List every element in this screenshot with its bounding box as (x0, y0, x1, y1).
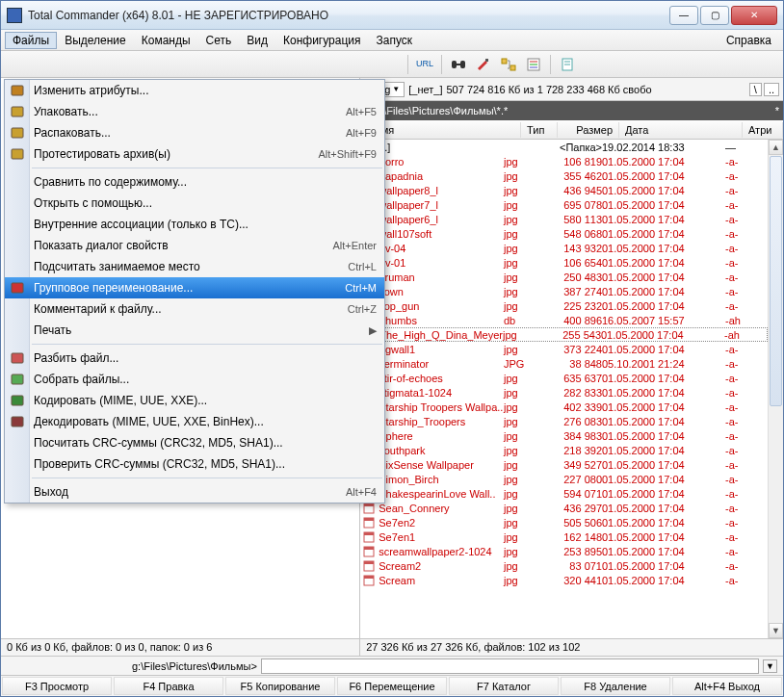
file-row[interactable]: The_High_Q_Dina_Meyerjpg255 54301.05.200… (360, 327, 768, 342)
menuitem[interactable]: Посчитать CRC-суммы (CRC32, MD5, SHA1)..… (5, 432, 384, 453)
file-name: Se7en2 (379, 517, 504, 529)
file-attr: -a- (725, 488, 766, 500)
menuitem-label: Протестировать архив(ы) (34, 147, 318, 161)
file-row[interactable]: stigmata1-1024jpg282 83301.05.2000 17:04… (360, 385, 768, 400)
menuitem[interactable]: Упаковать...Alt+F5 (5, 101, 384, 122)
file-row[interactable]: wallpaper7_ljpg695 07801.05.2000 17:04-a… (360, 197, 768, 212)
menu-файлы[interactable]: Файлы (5, 32, 57, 49)
fkey-button[interactable]: F3 Просмотр (2, 677, 112, 695)
file-type: jpg (504, 575, 540, 586)
cmd-input[interactable] (261, 658, 759, 674)
fkey-button[interactable]: F7 Каталог (449, 677, 559, 695)
file-row[interactable]: screamwallpaper2-1024jpg253 89501.05.200… (360, 544, 768, 558)
menuitem[interactable]: Распаковать...Alt+F9 (5, 122, 384, 143)
close-button[interactable]: ✕ (731, 6, 777, 25)
file-date: 01.05.2000 17:04 (602, 228, 725, 240)
file-date: 01.05.2000 17:04 (602, 344, 725, 355)
file-row[interactable]: Townjpg387 27401.05.2000 17:04-a- (360, 284, 768, 298)
col-attr[interactable]: Атри (743, 122, 783, 138)
menuitem[interactable]: Показать диалог свойствAlt+Enter (5, 235, 384, 256)
file-row[interactable]: southparkjpg218 39201.05.2000 17:04-a- (360, 443, 768, 457)
menuitem[interactable]: Изменить атрибуты... (5, 80, 384, 101)
search-button[interactable] (448, 54, 469, 75)
copy-names-button[interactable] (523, 54, 544, 75)
file-row[interactable]: Sean_Conneryjpg436 29701.05.2000 17:04-a… (360, 501, 768, 515)
menuitem[interactable]: Декодировать (MIME, UUE, XXE, BinHex)... (5, 411, 384, 432)
menuitem[interactable]: Протестировать архив(ы)Alt+Shift+F9 (5, 143, 384, 165)
file-row[interactable]: SixSense Wallpaperjpg349 52701.05.2000 1… (360, 457, 768, 472)
notepad-button[interactable] (557, 54, 578, 75)
rename-tool-button[interactable] (473, 54, 494, 75)
file-row[interactable]: Trumanjpg250 48301.05.2000 17:04-a- (360, 270, 768, 284)
menu-конфигурация[interactable]: Конфигурация (275, 32, 369, 49)
col-date[interactable]: Дата (619, 122, 743, 138)
menuitem[interactable]: Кодировать (MIME, UUE, XXE)... (5, 390, 384, 411)
file-type: jpg (504, 546, 540, 557)
file-row[interactable]: Tv-01jpg106 65401.05.2000 17:04-a- (360, 255, 768, 270)
file-row[interactable]: Scream2jpg83 07101.05.2000 17:04-a- (360, 558, 768, 573)
file-row[interactable]: Zorrojpg106 81901.05.2000 17:04-a- (360, 154, 768, 168)
minimize-button[interactable]: — (669, 6, 698, 25)
scrollbar[interactable]: ▲ ▼ (768, 140, 783, 638)
col-size[interactable]: Размер (558, 122, 619, 138)
file-type: jpg (503, 329, 539, 341)
file-row[interactable]: Se7en2jpg505 50601.05.2000 17:04-a- (360, 515, 768, 529)
blank-icon (9, 322, 26, 339)
menuitem[interactable]: Печать▶ (5, 320, 384, 341)
fkey-button[interactable]: F4 Правка (114, 677, 223, 695)
file-row[interactable]: wallpaper8_ljpg436 94501.05.2000 17:04-a… (360, 183, 768, 197)
scroll-up[interactable]: ▲ (769, 140, 783, 155)
file-row[interactable]: wall107softjpg548 06801.05.2000 17:04-a- (360, 226, 768, 241)
file-row[interactable]: stir-of-echoesjpg635 63701.05.2000 17:04… (360, 371, 768, 385)
url-button[interactable]: URL (414, 54, 435, 75)
file-row[interactable]: Tgwall1jpg373 22401.05.2000 17:04-a- (360, 342, 768, 356)
menu-вид[interactable]: Вид (239, 32, 275, 49)
file-row[interactable]: Spherejpg384 98301.05.2000 17:04-a- (360, 428, 768, 443)
updir-row[interactable]: [..]<Папка>19.02.2014 18:33— (360, 140, 768, 154)
file-row[interactable]: Thumbsdb400 89616.05.2007 15:57-ah (360, 313, 768, 327)
up-button[interactable]: .. (764, 83, 779, 96)
file-row[interactable]: wallpaper6_ljpg580 11301.05.2000 17:04-a… (360, 212, 768, 226)
menu-сеть[interactable]: Сеть (198, 32, 240, 49)
file-row[interactable]: Starship Troopers Wallpa..jpg402 33901.0… (360, 400, 768, 414)
root-button[interactable]: \ (749, 83, 762, 96)
menuitem[interactable]: Комментарий к файлу...Ctrl+Z (5, 298, 384, 320)
file-row[interactable]: ShakespearinLove Wall..jpg594 07101.05.2… (360, 486, 768, 501)
col-type[interactable]: Тип (521, 122, 558, 138)
file-row[interactable]: Se7en1jpg162 14801.05.2000 17:04-a- (360, 529, 768, 544)
file-row[interactable]: Top_gunjpg225 23201.05.2000 17:04-a- (360, 298, 768, 313)
menuitem[interactable]: Разбить файл... (5, 348, 384, 369)
path-bar[interactable]: ▼ g:\Files\Pictures\Фильмы\*.* * (360, 101, 783, 120)
file-row[interactable]: Starship_Troopersjpg276 08301.05.2000 17… (360, 414, 768, 428)
menu-запуск[interactable]: Запуск (369, 32, 421, 49)
menuitem[interactable]: Групповое переименование...Ctrl+M (5, 277, 384, 298)
file-row[interactable]: TerminatorJPG38 84805.10.2001 21:24-a- (360, 356, 768, 371)
fkey-button[interactable]: F8 Удаление (561, 677, 670, 695)
menu-help[interactable]: Справка (719, 32, 779, 49)
scroll-down[interactable]: ▼ (769, 623, 783, 638)
maximize-button[interactable]: ▢ (700, 6, 729, 25)
svg-rect-13 (12, 86, 23, 95)
file-row[interactable]: Simon_Birchjpg227 08001.05.2000 17:04-a- (360, 472, 768, 486)
sync-button[interactable] (498, 54, 519, 75)
menuitem[interactable]: ВыходAlt+F4 (5, 481, 384, 503)
menuitem[interactable]: Подсчитать занимаемое местоCtrl+L (5, 256, 384, 277)
menu-команды[interactable]: Команды (134, 32, 198, 49)
file-row[interactable]: Zapadniajpg355 46201.05.2000 17:04-a- (360, 168, 768, 183)
fkey-button[interactable]: Alt+F4 Выход (672, 677, 782, 695)
file-list[interactable]: ▲ ▼ [..]<Папка>19.02.2014 18:33—Zorrojpg… (360, 140, 783, 638)
file-size: 218 392 (540, 445, 602, 456)
sync-icon (501, 57, 516, 72)
menuitem[interactable]: Внутренние ассоциации (только в TC)... (5, 214, 384, 235)
menuitem[interactable]: Собрать файлы... (5, 369, 384, 390)
menuitem[interactable]: Открыть с помощью... (5, 193, 384, 214)
menu-выделение[interactable]: Выделение (57, 32, 134, 49)
fkey-button[interactable]: F5 Копирование (225, 677, 335, 695)
menuitem[interactable]: Сравнить по содержимому... (5, 171, 384, 193)
fkey-button[interactable]: F6 Перемещение (337, 677, 447, 695)
file-row[interactable]: Screamjpg320 44101.05.2000 17:04-a- (360, 573, 768, 587)
file-row[interactable]: Tv-04jpg143 93201.05.2000 17:04-a- (360, 241, 768, 255)
cmd-dropdown[interactable]: ▼ (763, 659, 777, 673)
menuitem[interactable]: Проверить CRC-суммы (CRC32, MD5, SHA1)..… (5, 453, 384, 475)
scroll-thumb[interactable] (770, 156, 782, 406)
